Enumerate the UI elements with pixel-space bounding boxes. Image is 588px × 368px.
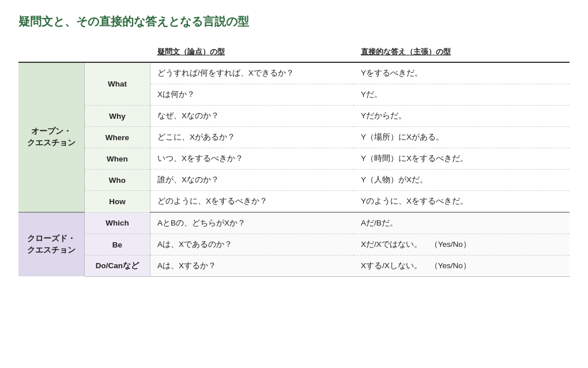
question-cell: どうすれば/何をすれば、Xできるか？: [150, 62, 354, 84]
answer-cell: Yをするべきだ。: [354, 62, 570, 84]
type-cell: Do/Canなど: [84, 256, 150, 277]
answer-cell: Aだ/Bだ。: [354, 212, 570, 234]
header-category: [18, 43, 84, 62]
question-cell: Aは、Xであるのか？: [150, 234, 354, 256]
table-row: Whyなぜ、Xなのか？Yだからだ。: [18, 106, 570, 127]
type-cell: Who: [84, 170, 150, 191]
type-cell: When: [84, 148, 150, 170]
answer-cell: Yだからだ。: [354, 106, 570, 127]
answer-cell: Y（時間）にXをするべきだ。: [354, 148, 570, 170]
type-cell: Why: [84, 106, 150, 127]
question-cell: Aは、Xするか？: [150, 256, 354, 277]
header-answer: 直接的な答え（主張）の型: [354, 43, 570, 62]
open-category-cell: オープン・クエスチョン: [18, 62, 84, 212]
question-cell: どのように、Xをするべきか？: [150, 191, 354, 213]
type-cell: Where: [84, 127, 150, 148]
question-cell: なぜ、Xなのか？: [150, 106, 354, 127]
type-cell-what: What: [84, 62, 150, 106]
table-row: Whenいつ、Xをするべきか？Y（時間）にXをするべきだ。: [18, 148, 570, 170]
question-cell: 誰が、Xなのか？: [150, 170, 354, 191]
question-cell: AとBの、どちらがXか？: [150, 212, 354, 234]
table-row: BeAは、Xであるのか？Xだ/Xではない。 （Yes/No）: [18, 234, 570, 256]
page-title: 疑問文と、その直接的な答えとなる言説の型: [18, 14, 570, 29]
type-cell: Which: [84, 212, 150, 234]
answer-cell: Xだ/Xではない。 （Yes/No）: [354, 234, 570, 256]
table-row: Whereどこに、Xがあるか？Y（場所）にXがある。: [18, 127, 570, 148]
answer-cell: Y（場所）にXがある。: [354, 127, 570, 148]
main-table: 疑問文（論点）の型 直接的な答え（主張）の型 オープン・クエスチョンWhatどう…: [18, 43, 570, 277]
header-type: [84, 43, 150, 62]
table-row: オープン・クエスチョンWhatどうすれば/何をすれば、Xできるか？Yをするべきだ…: [18, 62, 570, 84]
table-header: 疑問文（論点）の型 直接的な答え（主張）の型: [18, 43, 570, 62]
answer-cell: Yのように、Xをするべきだ。: [354, 191, 570, 213]
closed-category-cell: クローズド・クエスチョン: [18, 212, 84, 277]
type-cell: Be: [84, 234, 150, 256]
answer-cell: Yだ。: [354, 84, 570, 106]
answer-cell: Y（人物）がXだ。: [354, 170, 570, 191]
question-cell: いつ、Xをするべきか？: [150, 148, 354, 170]
table-row: クローズド・クエスチョンWhichAとBの、どちらがXか？Aだ/Bだ。: [18, 212, 570, 234]
table-row: Who誰が、Xなのか？Y（人物）がXだ。: [18, 170, 570, 191]
table-row: Do/CanなどAは、Xするか？Xする/Xしない。 （Yes/No）: [18, 256, 570, 277]
question-cell: どこに、Xがあるか？: [150, 127, 354, 148]
header-question: 疑問文（論点）の型: [150, 43, 354, 62]
answer-cell: Xする/Xしない。 （Yes/No）: [354, 256, 570, 277]
question-cell: Xは何か？: [150, 84, 354, 106]
table-row: Howどのように、Xをするべきか？Yのように、Xをするべきだ。: [18, 191, 570, 213]
type-cell: How: [84, 191, 150, 213]
